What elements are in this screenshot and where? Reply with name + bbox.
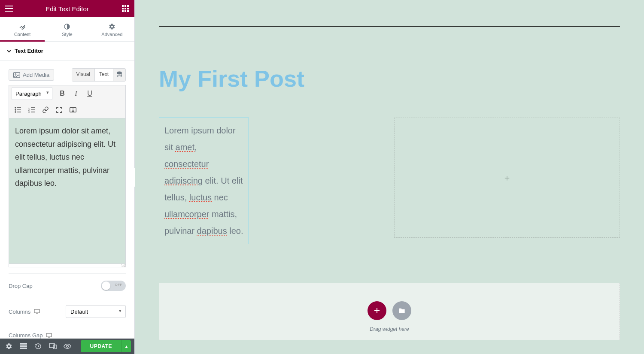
svg-rect-6 — [122, 10, 124, 12]
svg-rect-2 — [127, 5, 129, 7]
panel-body: Text Editor Add Media Visual Text — [0, 42, 134, 339]
drop-cap-label: Drop Cap — [9, 283, 33, 289]
text-editor-area[interactable]: Lorem ipsum dolor sit amet, consectetur … — [9, 118, 126, 264]
desktop-icon — [46, 333, 52, 338]
panel-title: Edit Text Editor — [46, 5, 89, 12]
editor-tab-db-icon[interactable] — [113, 69, 125, 81]
editor-mode-tabs: Visual Text — [72, 68, 126, 82]
svg-rect-7 — [125, 10, 126, 12]
columns-label: Columns — [9, 309, 30, 315]
add-media-label: Add Media — [23, 72, 49, 78]
apps-icon[interactable] — [121, 4, 130, 13]
horizontal-rule — [159, 26, 620, 27]
columns-section: Lorem ipsum dolor sit amet, consectetur … — [159, 118, 620, 244]
svg-rect-4 — [125, 8, 126, 9]
underline-button[interactable]: U — [83, 87, 96, 100]
editor-tab-text[interactable]: Text — [94, 69, 113, 81]
editor-panel: Edit Text Editor Content Style Advanced … — [0, 0, 135, 354]
column-2[interactable]: ＋ — [394, 118, 620, 238]
svg-rect-20 — [46, 333, 52, 337]
drop-cap-toggle[interactable] — [101, 281, 126, 291]
svg-text:3: 3 — [28, 111, 30, 113]
svg-rect-23 — [20, 348, 27, 349]
template-library-button[interactable] — [392, 301, 411, 320]
post-title: My First Post — [159, 65, 620, 92]
section-toggle-text-editor[interactable]: Text Editor — [0, 42, 134, 61]
new-section-placeholder[interactable]: Drag widget here — [159, 283, 620, 340]
responsive-icon[interactable] — [47, 341, 58, 352]
panel-footer: UPDATE ▲ — [0, 339, 134, 354]
svg-rect-3 — [122, 8, 124, 9]
menu-icon[interactable] — [4, 4, 14, 13]
section-title: Text Editor — [15, 48, 43, 54]
bullet-list-button[interactable] — [12, 103, 24, 116]
fullscreen-button[interactable] — [53, 103, 66, 116]
tab-content[interactable]: Content — [0, 17, 45, 41]
preview-icon[interactable] — [62, 341, 73, 352]
desktop-icon — [34, 309, 40, 314]
update-options-button[interactable]: ▲ — [122, 340, 131, 352]
columns-select[interactable]: Default — [66, 305, 126, 318]
svg-rect-24 — [49, 344, 55, 348]
columns-gap-label: Columns Gap — [9, 332, 43, 339]
drag-widget-hint: Drag widget here — [370, 326, 409, 332]
update-button-group: UPDATE ▲ — [81, 340, 131, 352]
svg-rect-0 — [122, 5, 124, 7]
tab-style-label: Style — [62, 32, 72, 37]
svg-point-12 — [15, 107, 16, 108]
update-button[interactable]: UPDATE — [81, 340, 122, 352]
svg-rect-21 — [20, 343, 27, 345]
link-button[interactable] — [39, 103, 52, 116]
svg-point-13 — [15, 109, 16, 110]
tab-advanced[interactable]: Advanced — [90, 17, 134, 41]
column-1[interactable]: Lorem ipsum dolor sit amet, consectetur … — [159, 118, 385, 244]
section-content: Add Media Visual Text Paragraph B I — [0, 61, 134, 339]
add-section-button[interactable] — [368, 301, 386, 320]
preview-canvas[interactable]: My First Post Lorem ipsum dolor sit amet… — [135, 0, 644, 354]
svg-point-14 — [15, 112, 16, 112]
tab-advanced-label: Advanced — [101, 32, 122, 37]
svg-point-26 — [67, 345, 69, 348]
add-media-button[interactable]: Add Media — [9, 69, 54, 81]
editor-toolbar: Paragraph B I U 123 — [9, 85, 126, 118]
svg-rect-8 — [127, 10, 129, 12]
italic-button[interactable]: I — [70, 87, 82, 100]
svg-rect-1 — [125, 5, 126, 7]
text-widget[interactable]: Lorem ipsum dolor sit amet, consectetur … — [159, 118, 249, 244]
format-select[interactable]: Paragraph — [12, 87, 52, 100]
svg-rect-5 — [127, 8, 129, 9]
add-widget-icon[interactable]: ＋ — [503, 172, 511, 184]
svg-rect-22 — [20, 345, 27, 347]
history-icon[interactable] — [33, 341, 44, 352]
svg-rect-19 — [34, 309, 39, 313]
numbered-list-button[interactable]: 123 — [25, 103, 38, 116]
keyboard-button[interactable] — [67, 103, 79, 116]
tab-content-label: Content — [14, 32, 31, 37]
navigator-icon[interactable] — [18, 341, 29, 352]
tab-style[interactable]: Style — [45, 17, 89, 41]
panel-tabs: Content Style Advanced — [0, 17, 134, 42]
settings-icon[interactable] — [3, 341, 15, 352]
resize-handle[interactable] — [9, 264, 126, 267]
bold-button[interactable]: B — [56, 87, 69, 100]
editor-tab-visual[interactable]: Visual — [72, 69, 94, 81]
panel-header: Edit Text Editor — [0, 0, 134, 17]
